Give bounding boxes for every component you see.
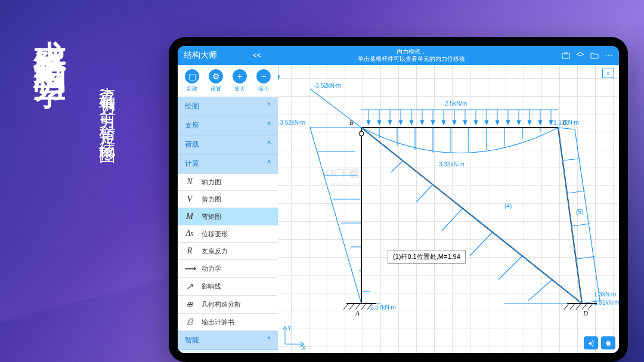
mode-line2: 单击某根杆件可以查看单元的内力位移值	[261, 55, 562, 63]
svg-text:(5): (5)	[576, 209, 583, 215]
view-toggle-icon[interactable]: ≡	[602, 69, 614, 78]
edu-icon[interactable]	[576, 51, 584, 60]
marketing-subtitle: 查看轴力/剪力/弯矩/位移图	[95, 75, 118, 138]
svg-line-51	[349, 304, 354, 310]
toolbar: ▢新建 ⚙设置 +放大 −缩小	[178, 65, 278, 97]
svg-text:D: D	[583, 310, 588, 317]
tablet-frame: 结构大师 << 内力模式： 单击某根杆件可以查看单元的内力位移值 ⋯ ▢新建 ⚙…	[169, 37, 628, 362]
menu-export[interactable]: ⎙输出计算书	[178, 314, 278, 331]
svg-rect-0	[562, 54, 569, 58]
svg-line-39	[577, 256, 595, 259]
svg-text:2.5kN/m: 2.5kN/m	[445, 100, 467, 107]
settings-button[interactable]: ⚙设置	[208, 69, 224, 93]
svg-line-53	[361, 304, 366, 310]
marketing-title: 求解结构力学	[29, 15, 72, 58]
app-title: 结构大师	[184, 50, 217, 61]
menu-dynamics[interactable]: ⟿动力学	[178, 260, 278, 278]
chevron-up-icon: ^	[267, 120, 271, 131]
chevron-up-icon: ^	[267, 335, 271, 345]
sidebar: ▢新建 ⚙设置 +放大 −缩小 绘图^ 支座^ 荷载^ 计算^ N轴力图 V剪力…	[178, 65, 278, 353]
svg-line-52	[355, 304, 360, 310]
accordion-support[interactable]: 支座^	[178, 116, 278, 135]
svg-line-31	[416, 184, 433, 202]
accordion-load[interactable]: 荷载^	[178, 135, 278, 154]
svg-line-34	[499, 256, 522, 280]
svg-line-38	[572, 224, 590, 226]
accordion-draw[interactable]: 绘图^	[178, 97, 278, 116]
menu-moment[interactable]: M弯矩图	[178, 208, 278, 225]
menu-displacement[interactable]: Δs位移变形	[178, 225, 278, 243]
more-icon[interactable]: ⋯	[605, 51, 613, 60]
svg-text:X: X	[302, 345, 306, 351]
structure-diagram: B C A D 2.5kN/m	[278, 65, 619, 353]
svg-line-37	[568, 191, 585, 193]
svg-line-32	[442, 208, 463, 231]
chevron-up-icon: ^	[267, 159, 271, 169]
svg-point-5	[359, 131, 364, 136]
svg-line-50	[343, 304, 348, 310]
svg-text:A: A	[355, 310, 360, 317]
svg-line-57	[570, 304, 575, 310]
visibility-button[interactable]: ◉	[601, 336, 615, 349]
app-screen: 结构大师 << 内力模式： 单击某根杆件可以查看单元的内力位移值 ⋯ ▢新建 ⚙…	[178, 46, 619, 353]
mode-hint: 内力模式： 单击某根杆件可以查看单元的内力位移值	[261, 48, 562, 63]
new-button[interactable]: ▢新建	[184, 69, 200, 93]
svg-text:-3.52kN·m: -3.52kN·m	[278, 119, 305, 126]
svg-text:-3.52kN·m: -3.52kN·m	[314, 82, 341, 89]
accordion-smart[interactable]: 智能^	[178, 331, 278, 350]
menu-influence[interactable]: ↗影响线	[178, 278, 278, 296]
svg-text:(4): (4)	[504, 203, 512, 209]
info-tooltip: (1)杆0.1位置处,M=1.94	[388, 250, 466, 264]
svg-line-35	[528, 280, 552, 301]
zoom-out-button[interactable]: −缩小	[256, 69, 271, 93]
svg-line-60	[588, 304, 593, 310]
svg-line-33	[470, 232, 493, 256]
svg-text:Y: Y	[287, 325, 292, 332]
menu-shear[interactable]: V剪力图	[178, 191, 278, 208]
svg-line-58	[576, 304, 581, 310]
sound-button[interactable]: ◂)	[584, 336, 598, 349]
accordion-calc[interactable]: 计算^	[178, 154, 278, 174]
mode-line1: 内力模式：	[261, 48, 562, 55]
minus-icon: −	[256, 69, 271, 84]
app-bar: 结构大师 << 内力模式： 单击某根杆件可以查看单元的内力位移值 ⋯	[178, 46, 619, 65]
svg-line-30	[391, 160, 403, 172]
collapse-button[interactable]: <<	[253, 51, 261, 60]
canvas[interactable]: KK下载 www.kkx.net B C A D	[278, 65, 619, 353]
new-icon: ▢	[184, 69, 200, 84]
menu-reaction[interactable]: R支座反力	[178, 243, 278, 260]
svg-text:2.57kN·m: 2.57kN·m	[370, 304, 396, 311]
svg-text:1.11kN·m: 1.11kN·m	[553, 119, 579, 126]
svg-line-59	[582, 304, 587, 310]
zoom-in-button[interactable]: +放大	[232, 69, 247, 93]
gear-icon: ⚙	[208, 69, 224, 84]
svg-text:1.3kN·m: 1.3kN·m	[594, 291, 616, 298]
svg-line-36	[563, 159, 580, 160]
chevron-up-icon: ^	[267, 140, 271, 150]
svg-line-56	[564, 304, 569, 310]
svg-text:3.33kN·m: 3.33kN·m	[439, 161, 465, 168]
chevron-up-icon: ^	[267, 101, 271, 112]
folder-icon[interactable]	[590, 51, 599, 60]
svg-text:1.91kN·m: 1.91kN·m	[594, 299, 619, 306]
case-icon[interactable]	[562, 51, 570, 60]
plus-icon: +	[232, 69, 247, 84]
menu-axial[interactable]: N轴力图	[178, 174, 278, 191]
menu-geometry[interactable]: ⊕几何构造分析	[178, 296, 278, 314]
